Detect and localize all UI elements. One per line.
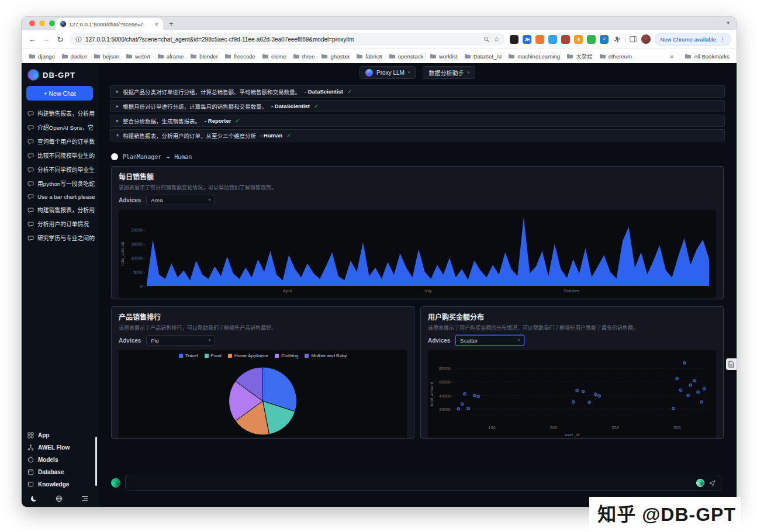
chat-history-item[interactable]: 分析用户的订单情况 — [22, 217, 98, 231]
scene-select[interactable]: 数据分析助手 ▾ — [423, 66, 475, 79]
task-row[interactable]: ▸整合分析数据，生成销售报表。- Reporter✓ — [110, 115, 725, 127]
chat-history-item[interactable]: 分析不同学校的毕业生 — [22, 163, 98, 177]
bookmarks-overflow-icon[interactable]: » — [670, 53, 673, 60]
sidebar-item-knowledge[interactable]: Knowledge — [22, 478, 98, 490]
bookmark-item[interactable]: django — [29, 53, 55, 60]
folder-icon — [389, 53, 396, 59]
minimize-window-button[interactable] — [39, 20, 45, 26]
chat-history-item[interactable]: 介绍OpenAI Sora，它 — [22, 120, 98, 134]
bookmark-label: 大杂烩 — [576, 52, 593, 60]
new-tab-button[interactable]: + — [169, 19, 174, 28]
zoom-icon[interactable] — [483, 36, 490, 43]
extensions-puzzle-icon[interactable] — [613, 36, 621, 43]
bookmark-item[interactable]: fabric8 — [356, 53, 382, 60]
sidebar-item-awel-flow[interactable]: AWEL Flow — [22, 441, 98, 454]
export-report-button[interactable] — [726, 358, 737, 370]
extension-icon[interactable]: ✓ — [600, 35, 609, 44]
product-chart-type-select[interactable]: Pie ▾ — [146, 335, 215, 346]
reload-button[interactable]: ↻ — [56, 35, 65, 44]
bookmark-item[interactable]: worklist — [430, 53, 458, 60]
bookmark-item[interactable]: 大杂烩 — [566, 52, 593, 60]
bookmark-item[interactable]: blender — [190, 53, 218, 60]
extension-icon[interactable] — [587, 35, 596, 44]
bookmark-item[interactable]: ghostxx — [321, 53, 350, 60]
chat-bubble-icon — [27, 167, 34, 173]
chat-history-item[interactable]: 比较不同院校毕业生的 — [22, 148, 98, 163]
side-panel-icon[interactable] — [630, 36, 637, 43]
bookmark-item[interactable]: three — [293, 53, 315, 60]
daily-chart-type-select[interactable]: Area ▾ — [146, 195, 215, 205]
task-row[interactable]: ▾构建销售报表，分析用户的订单，从至少三个维度分析- Human✓ — [110, 129, 725, 141]
bookmark-item[interactable]: bejson — [94, 53, 119, 60]
task-row[interactable]: ▸根据产品分类对订单进行分组，计算总销售额、平均销售额和交易数量。- DataS… — [110, 85, 725, 98]
chat-history-item[interactable]: 研究学历与专业之间的 — [22, 231, 98, 245]
extension-icon[interactable]: JH — [523, 35, 531, 44]
task-row[interactable]: ▸根据月份对订单进行分组，计算每月的销售额和交易数量。- DataScienti… — [110, 100, 725, 112]
profile-avatar[interactable] — [641, 34, 651, 44]
bookmark-item[interactable]: openstack — [389, 53, 423, 60]
back-button[interactable]: ← — [27, 35, 37, 44]
forward-button[interactable]: → — [42, 35, 51, 44]
bookmark-item[interactable]: docker — [61, 53, 88, 60]
bookmark-item[interactable]: eleme — [262, 53, 286, 60]
y-tick-label: 0 — [140, 284, 145, 288]
panel-title: 产品销售排行 — [119, 312, 407, 322]
sidebar-item-label: AWEL Flow — [38, 444, 70, 451]
bookmark-item[interactable]: aframe — [157, 53, 184, 60]
panel-desc: 该图表展示了每日的销售额变化情况，可以帮助我们了解销售趋势。 — [119, 184, 716, 191]
chat-history-item[interactable]: 用python写一段贪吃蛇 — [22, 177, 98, 191]
browser-tab[interactable]: 127.0.0.1:5000/chat/?scene=c × — [56, 18, 163, 30]
chat-history-item[interactable]: 查询每个用户的订单数 — [22, 134, 98, 148]
sidebar-scrollbar[interactable] — [95, 437, 97, 486]
sidebar-item-models[interactable]: Models — [22, 454, 98, 466]
bookmark-item[interactable]: machineLearning — [508, 53, 560, 60]
bookmark-item[interactable]: ethereum — [599, 53, 632, 60]
chat-history-item[interactable]: 构建销售报表，分析用 — [22, 203, 98, 217]
browser-menu-icon[interactable]: ⋮ — [720, 36, 725, 43]
send-icon[interactable] — [708, 479, 716, 487]
chevron-down-icon: ▾ — [467, 70, 469, 75]
chat-history-item[interactable]: 构建销售报表，分析用 — [22, 106, 98, 120]
fullscreen-window-button[interactable] — [49, 20, 55, 26]
extension-icon[interactable] — [561, 35, 570, 44]
collapse-sidebar-icon[interactable] — [81, 496, 88, 502]
tab-close-icon[interactable]: × — [155, 20, 158, 27]
new-chat-button[interactable]: + New Chat — [26, 86, 93, 101]
language-globe-icon[interactable] — [56, 495, 63, 502]
chat-input[interactable] — [125, 475, 721, 491]
theme-toggle-moon-icon[interactable] — [31, 496, 37, 502]
address-bar[interactable]: 127.0.0.1:5000/chat/?scene=chat_agent&id… — [70, 33, 505, 46]
site-info-icon[interactable] — [75, 36, 82, 43]
product-rank-panel: 产品销售排行 该图表展示了产品销售排行，可以帮助我们了解哪些产品销售最好。 Ad… — [111, 306, 414, 439]
extension-icon[interactable] — [548, 35, 557, 44]
bookmark-star-icon[interactable]: ☆ — [494, 36, 500, 43]
bookmark-label: ethereum — [609, 53, 632, 60]
tab-search-chevron-icon[interactable]: ▾ — [727, 20, 730, 26]
bookmark-item[interactable]: webVr — [126, 53, 151, 60]
chrome-update-button[interactable]: New Chrome available ⋮ — [655, 33, 731, 46]
user-chart-type-select[interactable]: Scatter ▾ — [455, 335, 524, 346]
scatter-point — [697, 391, 700, 393]
chat-history-label: 构建销售报表，分析用 — [37, 206, 95, 214]
folder-icon — [94, 53, 101, 59]
sidebar-item-database[interactable]: Database — [22, 466, 98, 478]
task-text: 根据月份对订单进行分组，计算每月的销售额和交易数量。 — [123, 102, 267, 110]
extension-icon[interactable] — [510, 35, 519, 44]
area-chart-svg — [147, 216, 709, 286]
caret-right-icon: ▸ — [116, 118, 119, 123]
close-window-button[interactable] — [29, 20, 35, 26]
sidebar-item-app[interactable]: App — [22, 429, 98, 441]
url-text: 127.0.0.1:5000/chat/?scene=chat_agent&id… — [85, 36, 480, 43]
extension-icon[interactable]: 8 — [574, 35, 583, 44]
model-avatar-icon — [365, 69, 373, 77]
bookmark-item[interactable]: freecode — [224, 53, 255, 60]
chat-history-item[interactable]: Use a bar chart please — [22, 191, 98, 203]
extension-icon[interactable] — [535, 35, 544, 44]
all-bookmarks-button[interactable]: All Bookmarks — [685, 53, 730, 60]
model-select[interactable]: Proxy LLM ▾ — [360, 66, 416, 79]
bookmark-label: worklist — [439, 53, 458, 60]
agent-dot-icon — [111, 153, 118, 160]
sidebar-item-label: App — [38, 432, 49, 438]
task-agent: - Human — [260, 132, 282, 139]
bookmark-item[interactable]: DataSet_AI — [464, 53, 502, 60]
